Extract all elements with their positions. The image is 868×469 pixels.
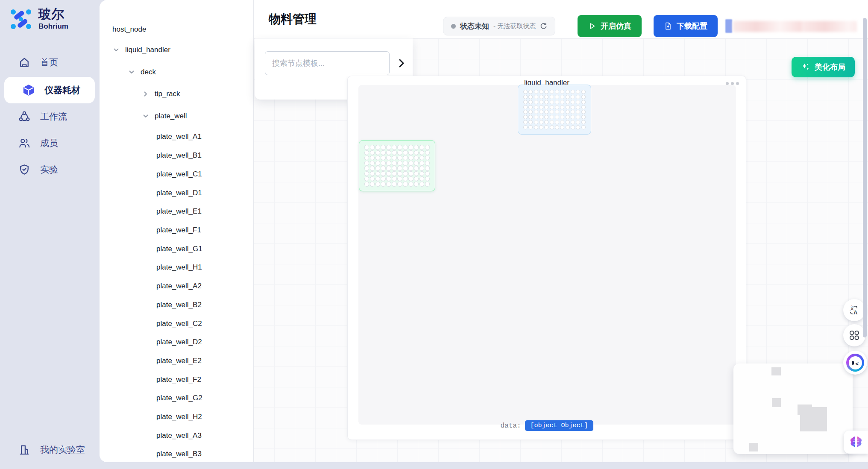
well[interactable] [555,105,559,109]
tree-item-deck[interactable]: deck [100,65,254,79]
well[interactable] [375,145,381,150]
chevron-down-icon[interactable] [142,112,150,120]
well[interactable] [576,110,580,114]
well[interactable] [364,161,369,166]
well[interactable] [528,90,533,94]
well[interactable] [419,171,425,176]
well[interactable] [408,161,413,166]
well[interactable] [364,176,369,182]
refresh-icon[interactable] [540,23,547,30]
well[interactable] [560,105,564,109]
well[interactable] [419,145,425,150]
well[interactable] [581,120,586,124]
well[interactable] [523,90,528,94]
well[interactable] [560,95,564,99]
well[interactable] [555,125,559,129]
well[interactable] [370,150,375,155]
well[interactable] [414,155,419,161]
well[interactable] [534,115,538,119]
well[interactable] [392,171,397,176]
well[interactable] [392,150,397,155]
well[interactable] [381,166,386,171]
well[interactable] [397,155,402,161]
well[interactable] [566,105,570,109]
well[interactable] [566,115,570,119]
sidebar-item-experiments[interactable]: 实验 [0,156,100,183]
node-tree-panel[interactable]: host_nodeliquid_handlerdecktip_rackplate… [100,0,254,462]
tree-item-plate_well_H2[interactable]: plate_well_H2 [100,410,254,424]
well[interactable] [528,125,533,129]
well[interactable] [528,95,533,99]
well[interactable] [419,182,425,187]
well[interactable] [566,125,570,129]
tree-item-plate_well[interactable]: plate_well [100,109,254,123]
download-config-button[interactable]: 下载配置 [654,15,718,37]
well-plate-green[interactable] [359,140,435,191]
well[interactable] [392,145,397,150]
tree-item-plate_well_B2[interactable]: plate_well_B2 [100,298,254,312]
app-logo[interactable]: 玻尔 Bohrium [9,8,68,31]
well[interactable] [381,150,386,155]
translate-button[interactable]: 文 A [843,299,865,321]
tree-item-liquid_handler[interactable]: liquid_handler [100,43,254,57]
well[interactable] [528,105,533,109]
well[interactable] [370,176,375,182]
well[interactable] [370,145,375,150]
well[interactable] [581,110,586,114]
well[interactable] [386,161,391,166]
vertical-scrollbar[interactable] [863,18,867,337]
well[interactable] [566,110,570,114]
well[interactable] [375,182,381,187]
well[interactable] [386,176,391,182]
well[interactable] [419,150,425,155]
sidebar-item-members[interactable]: 成员 [0,130,100,156]
well[interactable] [523,115,528,119]
well[interactable] [408,176,413,182]
well[interactable] [581,100,586,104]
well[interactable] [408,182,413,187]
tree-item-tip_rack[interactable]: tip_rack [100,87,254,101]
well[interactable] [571,120,575,124]
well[interactable] [571,100,575,104]
well[interactable] [364,155,369,161]
tree-item-plate_well_E2[interactable]: plate_well_E2 [100,354,254,368]
chevron-down-icon[interactable] [112,46,120,54]
well[interactable] [566,90,570,94]
well[interactable] [414,145,419,150]
well[interactable] [364,171,369,176]
well[interactable] [576,120,580,124]
well[interactable] [560,115,564,119]
well[interactable] [523,95,528,99]
well[interactable] [386,145,391,150]
beautify-layout-button[interactable]: 美化布局 [792,57,855,77]
well[interactable] [397,182,402,187]
well[interactable] [414,161,419,166]
well[interactable] [550,95,554,99]
well[interactable] [560,110,564,114]
well[interactable] [397,166,402,171]
tree-item-plate_well_B3[interactable]: plate_well_B3 [100,447,254,461]
well[interactable] [550,100,554,104]
well[interactable] [544,90,548,94]
well[interactable] [571,90,575,94]
well[interactable] [544,110,548,114]
well[interactable] [403,176,408,182]
well[interactable] [544,100,548,104]
well[interactable] [386,171,391,176]
well[interactable] [370,171,375,176]
well[interactable] [397,176,402,182]
well[interactable] [414,166,419,171]
well[interactable] [534,95,538,99]
well[interactable] [403,150,408,155]
well[interactable] [419,155,425,161]
well[interactable] [364,182,369,187]
well[interactable] [555,115,559,119]
tree-item-plate_well_D1[interactable]: plate_well_D1 [100,186,254,200]
well[interactable] [419,176,425,182]
tree-item-plate_well_G2[interactable]: plate_well_G2 [100,391,254,405]
search-input[interactable] [265,51,390,75]
well[interactable] [581,95,586,99]
well[interactable] [425,182,430,187]
well[interactable] [381,161,386,166]
well[interactable] [397,150,402,155]
